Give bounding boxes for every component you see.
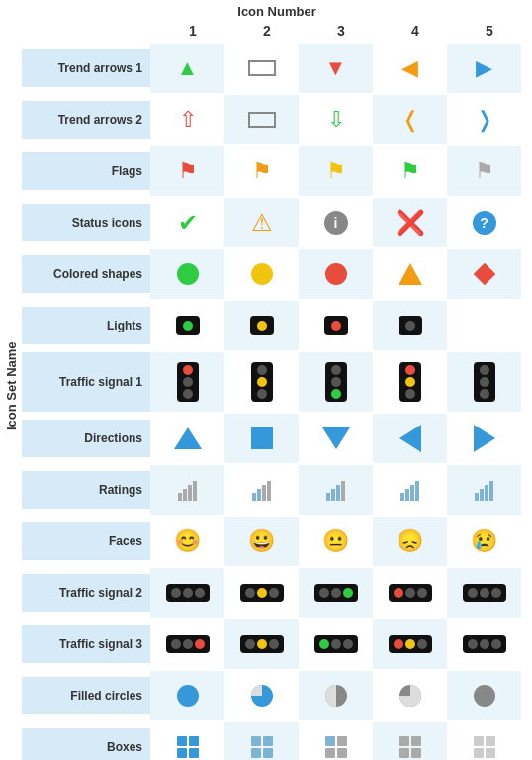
icon-dir-3 xyxy=(299,414,373,463)
row-label-flags: Flags xyxy=(22,152,150,190)
ts-dot xyxy=(480,588,489,598)
box-cell xyxy=(263,736,273,746)
rect-outline-icon xyxy=(248,60,276,76)
ts-dot xyxy=(257,639,267,649)
icon-ratings-3 xyxy=(299,465,373,515)
ratings-2-bar xyxy=(252,479,271,501)
ts-dot xyxy=(245,588,255,598)
ts3-box-4 xyxy=(389,635,432,653)
traffic-signal-red-top xyxy=(177,362,199,402)
flag-green-icon: ⚑ xyxy=(400,158,420,184)
ts-dot xyxy=(319,588,329,598)
ratings-3-bar xyxy=(326,479,345,501)
icon-status-4: ❌ xyxy=(373,198,447,247)
icon-lights-1 xyxy=(150,301,224,350)
icon-ratings-1 xyxy=(150,465,224,515)
arrow-up-red-icon: ⇧ xyxy=(179,107,197,133)
row-label-trend-arrows-2: Trend arrows 2 xyxy=(22,101,150,139)
box-cell xyxy=(189,736,199,746)
box-cell xyxy=(399,748,409,758)
row-trend-arrows-2: Trend arrows 2 ⇧ ⇩ ❬ ❭ xyxy=(22,95,532,144)
icon-shapes-1 xyxy=(150,249,224,299)
icon-ts1-1 xyxy=(150,352,224,412)
bar xyxy=(183,489,187,501)
icon-ts1-3 xyxy=(299,352,373,412)
face-sad-icon: 😞 xyxy=(397,528,423,554)
ts-dot xyxy=(417,588,427,598)
ts-dot xyxy=(331,639,341,649)
bar xyxy=(410,485,414,501)
face-happy-icon: 😊 xyxy=(174,528,201,554)
ts3-box-3 xyxy=(314,635,358,653)
face-smile-icon: 😀 xyxy=(248,528,275,554)
row-filled-circles: Filled circles xyxy=(22,671,532,720)
light-box-gray xyxy=(399,316,422,335)
traffic-signal-all-gray xyxy=(474,362,495,402)
tl-dot-gray xyxy=(331,365,341,375)
icon-ts2-5 xyxy=(447,568,521,618)
icon-ts3-1 xyxy=(150,619,224,669)
box-cell xyxy=(251,748,261,758)
bar xyxy=(480,489,484,501)
flag-orange-icon: ⚑ xyxy=(252,158,272,184)
traffic-signal-green-bottom xyxy=(325,362,347,402)
direction-down-icon xyxy=(322,428,350,449)
icon-status-1: ✔ xyxy=(150,198,224,247)
box-grid-blue xyxy=(177,736,199,758)
direction-right-icon xyxy=(474,425,495,452)
bar xyxy=(475,493,479,501)
rect-outline-icon2 xyxy=(248,112,276,128)
ts-dot xyxy=(269,639,279,649)
row-label-filled-circles: Filled circles xyxy=(22,677,150,714)
box-grid-vlgray xyxy=(474,736,495,758)
icon-faces-4: 😞 xyxy=(373,517,447,566)
icon-flags-1: ⚑ xyxy=(150,146,224,196)
pie-q-icon xyxy=(399,685,421,707)
row-label-status-icons: Status icons xyxy=(22,204,150,241)
tl-dot-yellow xyxy=(257,377,267,387)
tl-dot-gray xyxy=(405,389,415,399)
y-axis-label: Icon Set Name xyxy=(0,0,22,760)
box-cell xyxy=(325,748,335,758)
icon-fc-4 xyxy=(373,671,447,720)
icon-fc-2 xyxy=(224,671,299,720)
light-box-yellow xyxy=(250,316,274,335)
bar xyxy=(341,481,345,501)
icon-dir-2 xyxy=(224,414,299,463)
icon-shapes-3 xyxy=(299,249,373,299)
arrow-down-red-icon: ▼ xyxy=(325,55,347,81)
row-label-faces: Faces xyxy=(22,522,150,560)
box-cell xyxy=(263,748,273,758)
tl-dot-red xyxy=(183,365,193,375)
row-label-colored-shapes: Colored shapes xyxy=(22,255,150,293)
flag-yellow-icon: ⚑ xyxy=(326,158,346,184)
light-dot-green xyxy=(183,321,193,331)
icon-flags-5: ⚑ xyxy=(447,146,521,196)
light-box-green xyxy=(176,316,200,335)
icon-fc-5 xyxy=(447,671,521,720)
tl-dot-gray xyxy=(480,365,489,375)
direction-up-icon xyxy=(174,428,202,449)
icon-status-2: ⚠ xyxy=(224,198,299,247)
arrow-left-orange-icon2: ❬ xyxy=(401,107,419,133)
icon-ts2-3 xyxy=(299,568,373,618)
tl-dot-gray xyxy=(257,389,267,399)
ts-dot xyxy=(417,639,427,649)
row-label-ratings: Ratings xyxy=(22,471,150,509)
box-grid-lgray xyxy=(399,736,421,758)
ts-dot xyxy=(171,588,181,598)
icon-ts3-4 xyxy=(373,619,447,669)
row-trend-arrows-1: Trend arrows 1 ▲ ▼ ◀ ▶ xyxy=(22,44,532,93)
icon-ts2-4 xyxy=(373,568,447,618)
icon-ta2-5: ❭ xyxy=(447,95,521,144)
ts-dot xyxy=(331,588,341,598)
icon-boxes-2 xyxy=(224,722,299,760)
box-cell xyxy=(411,736,421,746)
tl-dot-gray xyxy=(183,389,193,399)
ts-dot xyxy=(171,639,181,649)
row-boxes: Boxes xyxy=(22,722,532,760)
flag-red-icon: ⚑ xyxy=(178,158,198,184)
icon-lights-4 xyxy=(373,301,447,350)
ts3-box-1 xyxy=(166,635,210,653)
icon-flags-2: ⚑ xyxy=(224,146,299,196)
